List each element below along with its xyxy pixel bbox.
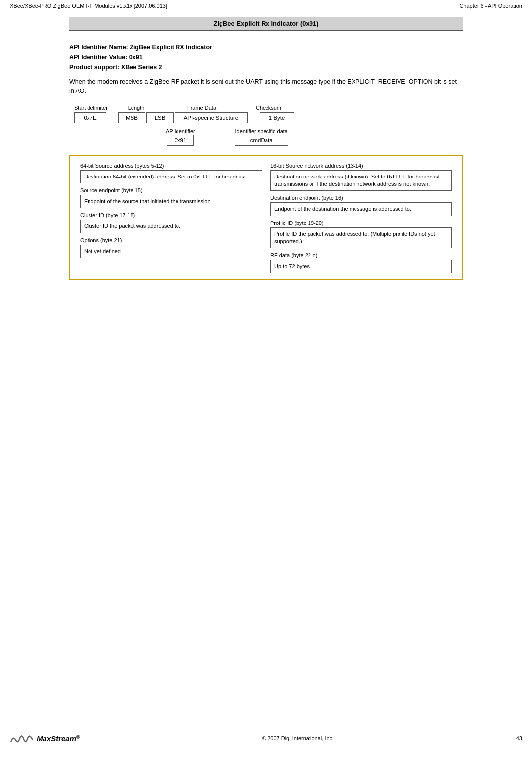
id-specific-section: Identifier specific data cmdData: [235, 128, 288, 146]
description: When the modem receives a ZigBee RF pack…: [69, 77, 463, 96]
id-specific-label: Identifier specific data: [235, 128, 288, 134]
page-header: XBee/XBee-PRO ZigBee OEM RF Modules v1.x…: [0, 0, 532, 12]
one-byte-box: 1 Byte: [260, 112, 294, 123]
right-cell-0: Destination network address (if known). …: [270, 170, 452, 191]
right-label-3: RF data (byte 22-n): [270, 252, 452, 258]
api-specific-box: API-specific Structure: [175, 112, 248, 123]
footer-logo: MaxStream®: [10, 731, 80, 745]
api-info: API Identifier Name: ZigBee Explicit RX …: [69, 43, 463, 72]
id-specific-box: cmdData: [235, 135, 288, 146]
left-cell-3: Not yet defined: [80, 245, 262, 258]
left-label-0: 64-bit Source address (bytes 5-12): [80, 163, 262, 169]
logo-name: MaxStream: [37, 734, 76, 743]
logo-reg: ®: [76, 734, 80, 740]
label-checksum: Checksum: [249, 105, 288, 111]
ap-id-section: AP Identifier 0x91: [166, 128, 195, 146]
api-value: API Identifier Value: 0x91: [69, 52, 463, 62]
right-label-1: Destination endpoint (byte 16): [270, 195, 452, 201]
logo-text-block: MaxStream®: [37, 734, 80, 743]
frame-diagram: Start delimiter Length Frame Data Checks…: [69, 105, 463, 280]
struct-left-col: 64-bit Source address (bytes 5-12) Desti…: [76, 163, 266, 273]
frame-boxes-row: 0x7E MSB LSB API-specific Structure 1 By…: [74, 112, 463, 123]
section-title: ZigBee Explicit Rx Indicator (0x91): [69, 17, 463, 31]
left-cell-0: Destination 64-bit (extended) address. S…: [80, 170, 262, 183]
start-box: 0x7E: [74, 112, 106, 123]
label-frame-data: Frame Data: [165, 105, 239, 111]
page-footer: MaxStream® © 2007 Digi International, In…: [0, 728, 532, 748]
api-name: API Identifier Name: ZigBee Explicit RX …: [69, 43, 463, 52]
right-cell-1: Endpoint of the destination the message …: [270, 202, 452, 216]
content-area: API Identifier Name: ZigBee Explicit RX …: [69, 31, 463, 295]
left-label-1: Source endpoint (byte 15): [80, 187, 262, 193]
struct-right-col: 16-bit Source network address (13-14) De…: [266, 163, 456, 273]
struct-grid: 64-bit Source address (bytes 5-12) Desti…: [76, 163, 456, 273]
left-label-2: Cluster ID (byte 17-18): [80, 212, 262, 218]
ap-id-box: 0x91: [167, 135, 194, 146]
lsb-box: LSB: [146, 112, 174, 123]
msb-box: MSB: [118, 112, 145, 123]
right-cell-3: Up to 72 bytes.: [270, 260, 452, 273]
main-struct-box: 64-bit Source address (bytes 5-12) Desti…: [69, 155, 463, 280]
left-cell-2: Cluster ID the packet was addressed to.: [80, 220, 262, 233]
ap-id-label: AP Identifier: [166, 128, 195, 134]
footer-copyright: © 2007 Digi International, Inc.: [262, 735, 334, 741]
label-start-delimiter: Start delimiter: [74, 105, 108, 111]
right-cell-2: Profile ID the packet was addressed to. …: [270, 227, 452, 249]
right-label-0: 16-bit Source network address (13-14): [270, 163, 452, 169]
footer-page: 43: [516, 735, 522, 741]
header-left: XBee/XBee-PRO ZigBee OEM RF Modules v1.x…: [10, 3, 167, 9]
right-label-2: Profile ID (byte 19-20): [270, 220, 452, 226]
frame-second-row: AP Identifier 0x91 Identifier specific d…: [74, 128, 463, 146]
left-label-3: Options (byte 21): [80, 237, 262, 243]
api-product: Product support: XBee Series 2: [69, 62, 463, 72]
left-cell-1: Endpoint of the source that initiated th…: [80, 195, 262, 208]
header-right: Chapter 6 - API Operation: [459, 3, 522, 9]
logo-wave-icon: [10, 731, 34, 745]
label-length: Length: [108, 105, 165, 111]
